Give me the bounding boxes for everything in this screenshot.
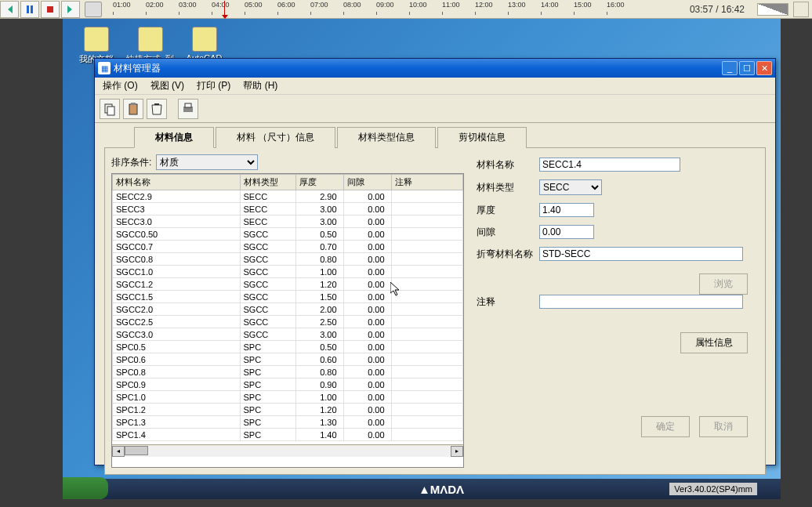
table-cell: 3.00: [295, 203, 343, 215]
version-label: Ver3.40.02(SP4)mm: [669, 483, 757, 495]
toolbar: [95, 95, 775, 123]
table-cell: 0.60: [295, 353, 343, 366]
name-label: 材料名称: [477, 158, 539, 172]
cancel-button[interactable]: 取消: [699, 416, 748, 437]
table-cell: 1.00: [295, 266, 343, 278]
table-cell: SGCC3.0: [113, 328, 241, 341]
table-row[interactable]: SPC0.5SPC0.500.00: [113, 341, 463, 353]
print-icon[interactable]: [178, 99, 198, 119]
tab-3[interactable]: 剪切模信息: [437, 127, 527, 148]
horizontal-scrollbar[interactable]: ◂ ▸: [112, 444, 463, 457]
column-header[interactable]: 材料类型: [240, 175, 295, 190]
table-row[interactable]: SGCC1.2SGCC1.200.00: [113, 278, 463, 291]
delete-icon[interactable]: [147, 99, 167, 119]
table-cell: SPC1.0: [113, 391, 241, 404]
bend-name-field[interactable]: [539, 247, 743, 261]
column-header[interactable]: 间隙: [343, 175, 391, 190]
table-row[interactable]: SGCC1.5SGCC1.500.00: [113, 291, 463, 303]
table-cell: 0.00: [343, 316, 391, 328]
playhead-marker[interactable]: [224, 1, 225, 16]
table-scroll[interactable]: 材料名称材料类型厚度间隙注释SECC2.9SECC2.900.00SECC3SE…: [112, 174, 463, 444]
menu-item[interactable]: 帮助 (H): [240, 78, 281, 94]
tick-mark: 11:00: [442, 1, 475, 9]
table-cell: [391, 416, 462, 429]
column-header[interactable]: 材料名称: [113, 175, 241, 190]
table-row[interactable]: SGCC0.7SGCC0.700.00: [113, 241, 463, 253]
copy-icon[interactable]: [100, 99, 120, 119]
table-cell: SPC0.9: [113, 378, 241, 391]
table-cell: 0.00: [343, 190, 391, 203]
table-row[interactable]: SGCC0.8SGCC0.800.00: [113, 253, 463, 266]
column-header[interactable]: 注释: [391, 175, 462, 190]
scroll-right-button[interactable]: ▸: [451, 446, 463, 457]
menu-item[interactable]: 操作 (O): [100, 78, 141, 94]
table-row[interactable]: SPC0.8SPC0.800.00: [113, 366, 463, 378]
table-row[interactable]: SPC1.0SPC1.000.00: [113, 391, 463, 404]
table-row[interactable]: SECC3.0SECC3.000.00: [113, 215, 463, 228]
fullscreen-button[interactable]: [793, 2, 809, 17]
table-cell: 0.00: [343, 429, 391, 441]
scroll-thumb[interactable]: [125, 446, 148, 455]
stop-button[interactable]: [41, 1, 60, 18]
close-button[interactable]: ✕: [756, 61, 772, 75]
table-cell: 0.00: [343, 416, 391, 429]
name-field[interactable]: [539, 158, 680, 172]
ok-button[interactable]: 确定: [641, 416, 690, 437]
table-cell: 1.50: [295, 291, 343, 303]
window-titlebar[interactable]: ▦ 材料管理器 _ ☐ ✕: [95, 59, 775, 78]
note-field[interactable]: [539, 295, 743, 309]
table-cell: [391, 316, 462, 328]
table-row[interactable]: SECC2.9SECC2.900.00: [113, 190, 463, 203]
scrub-timeline[interactable]: 01:0002:0003:0004:0005:0006:0007:0008:00…: [105, 1, 682, 18]
tick-mark: 13:00: [508, 1, 541, 9]
column-header[interactable]: 厚度: [295, 175, 343, 190]
table-cell: [391, 366, 462, 378]
table-cell: [391, 404, 462, 416]
table-row[interactable]: SPC1.3SPC1.300.00: [113, 416, 463, 429]
table-row[interactable]: SGCC0.50SGCC0.500.00: [113, 228, 463, 241]
table-row[interactable]: SGCC3.0SGCC3.000.00: [113, 328, 463, 341]
table-cell: SECC2.9: [113, 190, 241, 203]
table-cell: 0.70: [295, 241, 343, 253]
table-row[interactable]: SGCC2.0SGCC2.000.00: [113, 303, 463, 316]
thickness-field[interactable]: [539, 203, 594, 217]
tick-mark: 08:00: [343, 1, 376, 9]
tab-1[interactable]: 材料 （尺寸）信息: [216, 127, 335, 148]
table-cell: SGCC: [240, 316, 295, 328]
type-select[interactable]: SECC: [539, 179, 602, 195]
table-row[interactable]: SPC1.4SPC1.400.00: [113, 429, 463, 441]
table-row[interactable]: SPC0.6SPC0.600.00: [113, 353, 463, 366]
table-cell: 1.00: [295, 391, 343, 404]
tab-strip: 材料信息材料 （尺寸）信息材料类型信息剪切模信息: [95, 123, 775, 147]
next-frame-button[interactable]: [61, 1, 80, 18]
table-row[interactable]: SGCC1.0SGCC1.000.00: [113, 266, 463, 278]
prev-frame-button[interactable]: [0, 1, 19, 18]
menu-item[interactable]: 视图 (V): [147, 78, 187, 94]
table-row[interactable]: SGCC2.5SGCC2.500.00: [113, 316, 463, 328]
gap-field[interactable]: [539, 225, 594, 239]
pause-button[interactable]: [20, 1, 39, 18]
attributes-button[interactable]: 属性信息: [680, 332, 748, 353]
table-row[interactable]: SPC1.2SPC1.200.00: [113, 404, 463, 416]
table-cell: SPC: [240, 378, 295, 391]
volume-slider[interactable]: [757, 3, 788, 16]
table-cell: 0.00: [343, 241, 391, 253]
table-cell: SECC3: [113, 203, 241, 215]
tick-mark: 06:00: [277, 1, 310, 9]
table-cell: 0.00: [343, 228, 391, 241]
table-row[interactable]: SPC0.9SPC0.900.00: [113, 378, 463, 391]
browse-button[interactable]: 浏览: [699, 273, 748, 295]
table-cell: SPC0.8: [113, 366, 241, 378]
sort-select[interactable]: 材质: [156, 154, 258, 170]
tab-2[interactable]: 材料类型信息: [337, 127, 436, 148]
scroll-left-button[interactable]: ◂: [112, 446, 125, 457]
table-row[interactable]: SECC3SECC3.000.00: [113, 203, 463, 215]
minimize-button[interactable]: _: [722, 61, 738, 75]
paste-icon[interactable]: [123, 99, 143, 119]
menu-item[interactable]: 打印 (P): [194, 78, 234, 94]
maximize-button[interactable]: ☐: [739, 61, 755, 75]
tab-0[interactable]: 材料信息: [134, 127, 214, 148]
tick-mark: 01:00: [113, 1, 146, 9]
table-cell: 0.00: [343, 303, 391, 316]
start-button[interactable]: [63, 477, 108, 499]
